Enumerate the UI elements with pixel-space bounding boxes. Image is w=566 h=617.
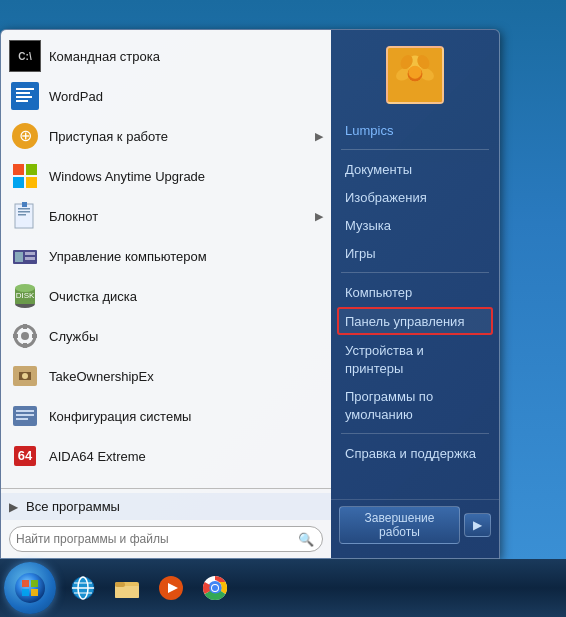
games-label: Игры: [345, 246, 376, 261]
aida-icon: 64: [9, 440, 41, 472]
svg-rect-12: [18, 208, 30, 210]
right-item-computer[interactable]: Компьютер: [331, 278, 499, 306]
notepad-arrow: ▶: [315, 210, 323, 223]
explorer-icon[interactable]: [106, 567, 148, 609]
svg-rect-27: [23, 343, 27, 348]
help-label: Справка и поддержка: [345, 446, 476, 461]
svg-rect-14: [18, 214, 26, 216]
app-item-cmd[interactable]: C:\ Командная строка: [1, 36, 331, 76]
svg-point-44: [408, 66, 421, 79]
svg-rect-57: [115, 582, 125, 587]
app-item-take[interactable]: TakeOwnershipEx: [1, 356, 331, 396]
computer-label: Компьютер: [345, 285, 412, 300]
right-divider-1: [341, 149, 489, 150]
svg-rect-1: [16, 88, 34, 90]
app-item-config[interactable]: Конфигурация системы: [1, 396, 331, 436]
right-panel: Lumpics Документы Изображения Музыка Игр…: [331, 30, 499, 558]
svg-text:DISK: DISK: [16, 291, 35, 300]
svg-rect-18: [25, 252, 35, 255]
svg-rect-13: [18, 211, 30, 213]
right-item-images[interactable]: Изображения: [331, 183, 499, 211]
right-item-devices[interactable]: Устройства и принтеры: [331, 336, 499, 382]
all-programs-button[interactable]: ▶ Все программы: [1, 493, 331, 520]
config-icon: [9, 400, 41, 432]
documents-label: Документы: [345, 162, 412, 177]
svg-rect-4: [16, 100, 28, 102]
svg-rect-49: [31, 589, 38, 596]
app-label-disk: Очистка диска: [49, 289, 137, 304]
app-item-work[interactable]: ⊕ Приступая к работе ▶: [1, 116, 331, 156]
search-button[interactable]: 🔍: [296, 529, 316, 549]
svg-point-32: [22, 373, 28, 379]
svg-point-45: [15, 573, 45, 603]
shutdown-button[interactable]: Завершение работы: [339, 506, 460, 544]
windows-icon: [9, 160, 41, 192]
take-icon: [9, 360, 41, 392]
svg-rect-36: [16, 418, 28, 420]
wordpad-icon: [9, 80, 41, 112]
devices-label: Устройства и принтеры: [345, 343, 424, 376]
right-item-music[interactable]: Музыка: [331, 211, 499, 239]
app-item-wordpad[interactable]: WordPad: [1, 76, 331, 116]
svg-rect-34: [16, 410, 34, 412]
images-label: Изображения: [345, 190, 427, 205]
app-label-work: Приступая к работе: [49, 129, 168, 144]
app-label-cmd: Командная строка: [49, 49, 160, 64]
right-item-username: Lumpics: [331, 116, 499, 144]
shutdown-arrow-button[interactable]: ▶: [464, 513, 491, 537]
ie-icon[interactable]: [62, 567, 104, 609]
app-list: C:\ Командная строка WordPad: [1, 30, 331, 484]
svg-rect-29: [32, 334, 37, 338]
work-icon: ⊕: [9, 120, 41, 152]
search-input[interactable]: [16, 532, 296, 546]
disk-icon: DISK: [9, 280, 41, 312]
app-label-services: Службы: [49, 329, 98, 344]
right-item-control-panel[interactable]: Панель управления: [337, 307, 493, 335]
cmd-icon: C:\: [9, 40, 41, 72]
media-player-icon[interactable]: [150, 567, 192, 609]
app-label-manage: Управление компьютером: [49, 249, 207, 264]
all-programs-arrow-icon: ▶: [9, 500, 18, 514]
svg-rect-28: [13, 334, 18, 338]
left-panel: C:\ Командная строка WordPad: [1, 30, 331, 558]
svg-point-63: [212, 585, 218, 591]
username-label: Lumpics: [345, 123, 393, 138]
app-item-services[interactable]: Службы: [1, 316, 331, 356]
svg-rect-35: [16, 414, 34, 416]
right-item-help[interactable]: Справка и поддержка: [331, 439, 499, 467]
left-divider: [1, 488, 331, 489]
right-divider-3: [341, 433, 489, 434]
svg-rect-8: [26, 164, 37, 175]
svg-point-25: [21, 332, 29, 340]
right-item-default-programs[interactable]: Программы по умолчанию: [331, 382, 499, 428]
svg-rect-3: [16, 96, 32, 98]
right-item-documents[interactable]: Документы: [331, 155, 499, 183]
user-section: [331, 38, 499, 116]
default-programs-label: Программы по умолчанию: [345, 389, 433, 422]
svg-rect-46: [22, 580, 29, 587]
app-item-manage[interactable]: Управление компьютером: [1, 236, 331, 276]
svg-rect-19: [25, 257, 35, 260]
app-item-notepad[interactable]: Блокнот ▶: [1, 196, 331, 236]
start-button[interactable]: [4, 562, 56, 614]
app-item-disk[interactable]: DISK Очистка диска: [1, 276, 331, 316]
shutdown-section: Завершение работы ▶: [331, 499, 499, 550]
right-divider-2: [341, 272, 489, 273]
svg-rect-15: [22, 202, 27, 207]
app-label-windows-upgrade: Windows Anytime Upgrade: [49, 169, 205, 184]
notepad-icon: [9, 200, 41, 232]
manage-icon: [9, 240, 41, 272]
user-avatar[interactable]: [386, 46, 444, 104]
right-item-games[interactable]: Игры: [331, 239, 499, 267]
app-item-aida[interactable]: 64 AIDA64 Extreme: [1, 436, 331, 476]
app-label-take: TakeOwnershipEx: [49, 369, 154, 384]
svg-text:⊕: ⊕: [19, 127, 32, 144]
music-label: Музыка: [345, 218, 391, 233]
all-programs-label: Все программы: [26, 499, 120, 514]
svg-rect-10: [26, 177, 37, 188]
chrome-icon[interactable]: [194, 567, 236, 609]
app-item-windows-upgrade[interactable]: Windows Anytime Upgrade: [1, 156, 331, 196]
svg-rect-56: [115, 586, 139, 598]
search-bar: 🔍: [9, 526, 323, 552]
app-label-wordpad: WordPad: [49, 89, 103, 104]
